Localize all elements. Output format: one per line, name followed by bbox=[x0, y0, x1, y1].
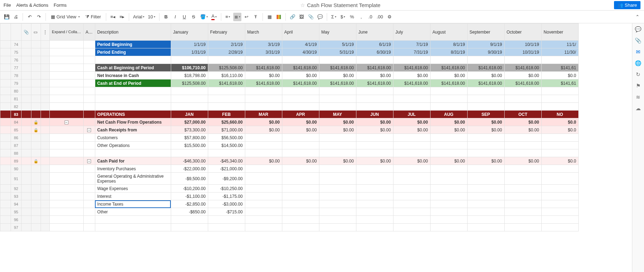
data-cell[interactable] bbox=[393, 87, 430, 95]
italic-button[interactable]: I bbox=[171, 13, 179, 21]
data-cell[interactable] bbox=[467, 87, 504, 95]
row-comment-cell[interactable] bbox=[31, 173, 41, 185]
comment-button[interactable]: 💬 bbox=[316, 13, 324, 21]
col-september[interactable]: September bbox=[467, 24, 504, 41]
data-cell[interactable]: -$9,200.00 bbox=[208, 173, 245, 185]
row-attachment-cell[interactable] bbox=[22, 185, 31, 193]
data-cell[interactable] bbox=[171, 216, 208, 224]
data-cell[interactable] bbox=[319, 208, 356, 216]
data-cell[interactable]: 8/31/19 bbox=[430, 48, 467, 56]
data-cell[interactable] bbox=[208, 95, 245, 103]
expand-cell-1[interactable] bbox=[50, 95, 84, 103]
data-cell[interactable] bbox=[504, 208, 541, 216]
data-cell[interactable] bbox=[245, 134, 282, 142]
menu-alerts[interactable]: Alerts & Actions bbox=[16, 2, 48, 8]
data-cell[interactable] bbox=[245, 95, 282, 103]
row-number[interactable]: 83 bbox=[11, 111, 22, 118]
row-selector-left[interactable] bbox=[0, 118, 11, 126]
description-cell[interactable] bbox=[95, 103, 171, 111]
image-button[interactable]: 🖼 bbox=[298, 13, 306, 21]
data-cell[interactable] bbox=[356, 185, 393, 193]
data-cell[interactable]: 9/30/19 bbox=[467, 48, 504, 56]
bold-button[interactable]: B bbox=[162, 13, 170, 21]
expand-cell-2[interactable] bbox=[83, 103, 95, 111]
data-cell[interactable]: $141,618.00 bbox=[356, 64, 393, 72]
row-comment-cell[interactable] bbox=[31, 149, 41, 157]
data-cell[interactable]: 1/31/19 bbox=[171, 48, 208, 56]
data-cell[interactable]: $0.00 bbox=[245, 72, 282, 79]
row-attachment-cell[interactable] bbox=[22, 134, 31, 142]
data-cell[interactable] bbox=[282, 95, 319, 103]
expand-cell-1[interactable] bbox=[50, 173, 84, 185]
data-cell[interactable] bbox=[504, 149, 541, 157]
row-attachment-cell[interactable] bbox=[22, 149, 31, 157]
data-cell[interactable] bbox=[356, 134, 393, 142]
data-cell[interactable] bbox=[541, 224, 578, 231]
data-cell[interactable]: 5/1/19 bbox=[319, 41, 356, 48]
data-cell[interactable]: NO bbox=[541, 111, 578, 118]
data-cell[interactable] bbox=[430, 142, 467, 149]
data-cell[interactable]: $0.00 bbox=[430, 157, 467, 165]
data-cell[interactable] bbox=[282, 193, 319, 200]
data-cell[interactable] bbox=[541, 208, 578, 216]
data-cell[interactable] bbox=[319, 56, 356, 64]
align-center-button[interactable]: ≣▾ bbox=[233, 13, 241, 21]
row-action-cell[interactable] bbox=[41, 134, 50, 142]
font-color-button[interactable]: A▾ bbox=[210, 13, 218, 21]
data-cell[interactable] bbox=[319, 165, 356, 173]
expand-cell-1[interactable] bbox=[50, 216, 84, 224]
row-attachment-cell[interactable] bbox=[22, 103, 31, 111]
row-selector-left[interactable] bbox=[0, 165, 11, 173]
data-cell[interactable] bbox=[504, 103, 541, 111]
row-attachment-cell[interactable] bbox=[22, 64, 31, 72]
data-cell[interactable]: -$3,000.00 bbox=[208, 200, 245, 208]
description-cell[interactable] bbox=[95, 95, 171, 103]
row-number[interactable]: 81 bbox=[11, 95, 22, 103]
description-cell[interactable]: Cash at Beginning of Period bbox=[95, 64, 171, 72]
row-selector-left[interactable] bbox=[0, 41, 11, 48]
data-cell[interactable]: FEB bbox=[208, 111, 245, 118]
data-cell[interactable]: -$715.00 bbox=[208, 208, 245, 216]
data-cell[interactable] bbox=[282, 173, 319, 185]
row-attachment-cell[interactable] bbox=[22, 111, 31, 118]
row-selector-left[interactable] bbox=[0, 126, 11, 134]
data-cell[interactable]: 3/31/19 bbox=[245, 48, 282, 56]
data-cell[interactable] bbox=[430, 224, 467, 231]
row-attachment-cell[interactable] bbox=[22, 48, 31, 56]
row-number[interactable]: 82 bbox=[11, 103, 22, 111]
expand-cell-1[interactable] bbox=[50, 48, 84, 56]
attachment-button[interactable]: 📎 bbox=[307, 13, 315, 21]
data-cell[interactable] bbox=[208, 224, 245, 231]
row-selector-left[interactable] bbox=[0, 200, 11, 208]
description-column-header[interactable]: Description bbox=[95, 24, 171, 41]
row-selector-left[interactable] bbox=[0, 79, 11, 87]
data-cell[interactable] bbox=[430, 134, 467, 142]
row-selector-left[interactable] bbox=[0, 142, 11, 149]
data-cell[interactable] bbox=[541, 185, 578, 193]
row-comment-cell[interactable] bbox=[31, 193, 41, 200]
data-cell[interactable]: $0.00 bbox=[467, 72, 504, 79]
data-cell[interactable]: 11/30/ bbox=[541, 48, 578, 56]
col-april[interactable]: April bbox=[282, 24, 319, 41]
data-cell[interactable]: JUL bbox=[393, 111, 430, 118]
data-cell[interactable]: $125,508.00 bbox=[208, 64, 245, 72]
row-selector-left[interactable] bbox=[0, 72, 11, 79]
data-cell[interactable]: $0.00 bbox=[356, 126, 393, 134]
data-cell[interactable] bbox=[245, 56, 282, 64]
data-cell[interactable] bbox=[245, 149, 282, 157]
row-action-cell[interactable] bbox=[41, 103, 50, 111]
data-cell[interactable]: $141,618.00 bbox=[245, 64, 282, 72]
expand-cell-2[interactable] bbox=[83, 134, 95, 142]
data-cell[interactable]: $141,618.00 bbox=[430, 79, 467, 87]
data-cell[interactable] bbox=[393, 134, 430, 142]
description-cell[interactable]: Inventory Purchases bbox=[95, 165, 171, 173]
link-button[interactable]: 🔗 bbox=[289, 13, 296, 21]
row-selector-left[interactable] bbox=[0, 208, 11, 216]
row-action-cell[interactable] bbox=[41, 157, 50, 165]
description-cell[interactable]: Interest bbox=[95, 193, 171, 200]
col-january[interactable]: January bbox=[171, 24, 208, 41]
data-cell[interactable] bbox=[393, 165, 430, 173]
row-selector-left[interactable] bbox=[0, 173, 11, 185]
row-comment-cell[interactable] bbox=[31, 72, 41, 79]
data-cell[interactable] bbox=[430, 103, 467, 111]
